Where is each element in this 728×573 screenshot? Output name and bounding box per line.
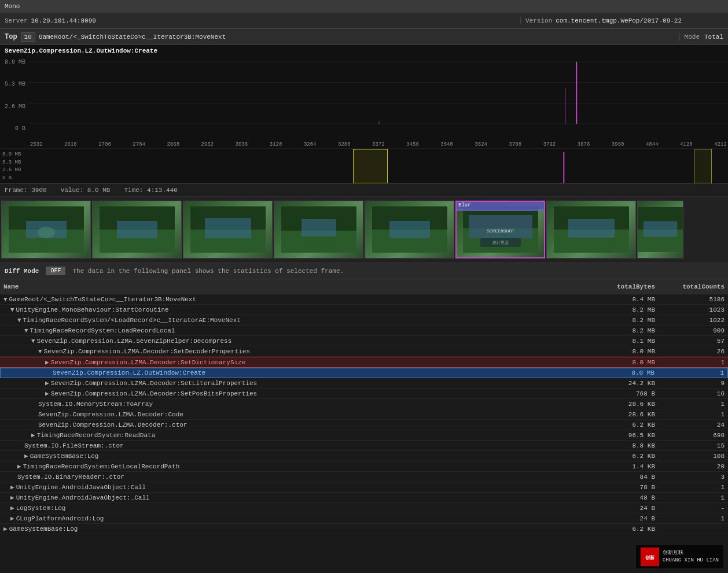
thumbnail-5[interactable] [365, 201, 454, 258]
thumb-svg-5 [372, 206, 447, 253]
table-row[interactable]: ▶CLogPlatformAndroid:Log 24 B 1 [0, 513, 728, 524]
server-label: Server [5, 17, 28, 24]
mini-chart[interactable]: 8.0 MB 5.3 MB 2.6 MB 0 B [0, 149, 728, 184]
mode-value: Total [704, 34, 723, 40]
row-name: ▶TimingRaceRecordSystem:GetLocalRecordPa… [3, 463, 586, 470]
table-row[interactable]: SevenZip.Compression.LZMA.Decoder:Code 2… [0, 409, 728, 420]
diff-label: Diff Mode [5, 268, 39, 275]
row-bytes: 78 B [586, 484, 655, 491]
table-row[interactable]: ▼SevenZip.Compression.LZMA.SevenZipHelpe… [0, 336, 728, 346]
table-row[interactable]: ▼SevenZip.Compression.LZMA.Decoder:SetDe… [0, 346, 728, 357]
row-counts: 108 [655, 453, 725, 460]
row-bytes: 768 B [586, 390, 655, 397]
table-row[interactable]: SevenZip.Compression.LZMA.Decoder:.ctor … [0, 420, 728, 430]
table-row[interactable]: ▶UnityEngine.AndroidJavaObject:_Call 48 … [0, 493, 728, 503]
table-row[interactable]: ▶GameSystemBase:Log 6.2 KB [0, 524, 728, 534]
svg-rect-7 [354, 149, 388, 183]
svg-rect-20 [205, 218, 251, 238]
diff-row: Diff Mode OFF The data in the following … [0, 263, 728, 279]
row-bytes: 8.0 MB [585, 369, 655, 376]
row-counts: 15 [655, 442, 725, 449]
col-total-counts: totalCounts [655, 283, 725, 290]
chart-canvas[interactable] [29, 57, 728, 134]
table-row-selected[interactable]: SevenZip.Compression.LZ.OutWindow:Create… [0, 368, 728, 378]
row-bytes: 8.2 MB [586, 327, 655, 334]
svg-rect-38 [644, 221, 678, 236]
row-name: ▶SevenZip.Compression.LZMA.Decoder:SetLi… [3, 379, 586, 387]
arrow-icon: ▶ [10, 504, 14, 512]
chart-y-labels: 8.0 MB 5.3 MB 2.6 MB 0 B [0, 57, 28, 134]
svg-rect-17 [117, 221, 157, 238]
server-field: Server 10.29.101.44:8099 [0, 17, 521, 24]
row-bytes: 48 B [586, 494, 655, 501]
table-row[interactable]: ▼TimingRaceRecordSystem:LoadRecordLocal … [0, 326, 728, 336]
row-counts: 24 [655, 422, 725, 428]
thumbnail-8[interactable] [637, 201, 683, 258]
table-row[interactable]: System.IO.FileStream:.ctor 8.8 KB 15 [0, 441, 728, 451]
thumbnails-row[interactable]: 996 Blur SCREENSHOT 统计界面 [0, 197, 728, 263]
table-row[interactable]: ▼UnityEngine.MonoBehaviour:StartCoroutin… [0, 305, 728, 315]
row-counts: 1022 [655, 317, 725, 324]
table-row-red[interactable]: ▶SevenZip.Compression.LZMA.Decoder:SetDi… [0, 357, 728, 368]
arrow-icon: ▶ [17, 463, 21, 470]
table-row[interactable]: System.IO.BinaryReader:.ctor 84 B 3 [0, 472, 728, 482]
table-row[interactable]: ▶UnityEngine.AndroidJavaObject:Call 78 B… [0, 482, 728, 493]
row-name: ▼TimingRaceRecordSystem:LoadRecordLocal [3, 327, 586, 334]
row-bytes: 8.1 MB [586, 338, 655, 345]
table-row[interactable]: ▼TimingRaceRecordSystem/<LoadRecord>c__I… [0, 315, 728, 326]
table-row[interactable]: System.IO.MemoryStream:ToArray 28.6 KB 1 [0, 399, 728, 409]
col-total-bytes: totalBytes [586, 283, 655, 290]
data-table[interactable]: Name totalBytes totalCounts ▼GameRoot/<_… [0, 279, 728, 558]
mode-label: Mode [685, 34, 700, 40]
row-name: SevenZip.Compression.LZMA.Decoder:.ctor [3, 422, 586, 428]
row-bytes: 24 B [586, 505, 655, 512]
thumb-svg-7 [554, 206, 629, 253]
y-label-0: 8.0 MB [2, 59, 25, 65]
watermark-line1: 创新互联 [663, 549, 719, 557]
thumbnail-4[interactable] [274, 201, 363, 258]
row-name: SevenZip.Compression.LZMA.Decoder:Code [3, 411, 586, 418]
y-label-3: 0 B [2, 125, 25, 132]
table-row[interactable]: ▶LogSystem:Log 24 B - [0, 503, 728, 513]
svg-rect-23 [302, 219, 336, 236]
table-row[interactable]: ▶TimingRaceRecordSystem:ReadData 96.5 KB… [0, 430, 728, 441]
diff-off-button[interactable]: OFF [46, 267, 65, 275]
svg-rect-35 [568, 219, 615, 238]
table-row[interactable]: ▶SevenZip.Compression.LZMA.Decoder:SetLi… [0, 378, 728, 389]
thumb-svg-4 [281, 206, 356, 253]
thumbnail-1[interactable] [1, 201, 91, 258]
row-counts: 1 [655, 494, 725, 501]
thumbnail-7[interactable] [546, 201, 636, 258]
arrow-icon: ▼ [31, 338, 35, 345]
frame-label: Frame: 3908 [5, 187, 47, 194]
table-row[interactable]: ▶SevenZip.Compression.LZMA.Decoder:SetPo… [0, 389, 728, 399]
svg-rect-5 [378, 121, 380, 124]
arrow-icon: ▶ [10, 515, 14, 522]
thumbnail-3[interactable] [183, 201, 273, 258]
row-bytes: 8.0 MB [586, 359, 655, 366]
row-bytes: 96.5 KB [586, 432, 655, 439]
top-row: Top 10 GameRoot/<_SwitchToStateCo>c__Ite… [0, 29, 728, 45]
arrow-icon: ▶ [31, 431, 35, 439]
row-name: ▶TimingRaceRecordSystem:ReadData [3, 431, 586, 439]
server-value: 10.29.101.44:8099 [31, 17, 96, 24]
row-bytes: 6.2 KB [586, 422, 655, 428]
title-bar: Mono [0, 0, 728, 13]
thumb-svg-8 [638, 206, 683, 253]
table-row[interactable]: ▶GameSystemBase:Log 6.2 KB 108 [0, 451, 728, 461]
row-name: System.IO.FileStream:.ctor [3, 442, 586, 449]
table-row[interactable]: ▶TimingRaceRecordSystem:GetLocalRecordPa… [0, 461, 728, 472]
row-counts: 1 [655, 401, 725, 408]
arrow-icon: ▶ [24, 452, 28, 460]
row-counts: - [655, 505, 725, 512]
row-name: ▶SevenZip.Compression.LZMA.Decoder:SetPo… [3, 390, 586, 397]
svg-rect-26 [389, 221, 430, 238]
top-left: Top 10 GameRoot/<_SwitchToStateCo>c__Ite… [0, 32, 679, 42]
thumbnail-2[interactable] [92, 201, 182, 258]
svg-rect-9 [695, 149, 712, 183]
thumbnail-6-selected[interactable]: 996 Blur SCREENSHOT 统计界面 [455, 201, 545, 258]
row-counts: 5186 [655, 296, 725, 303]
row-bytes: 8.2 MB [586, 306, 655, 313]
table-row[interactable]: ▼GameRoot/<_SwitchToStateCo>c__Iterator3… [0, 294, 728, 305]
row-name: ▼TimingRaceRecordSystem/<LoadRecord>c__I… [3, 317, 586, 324]
